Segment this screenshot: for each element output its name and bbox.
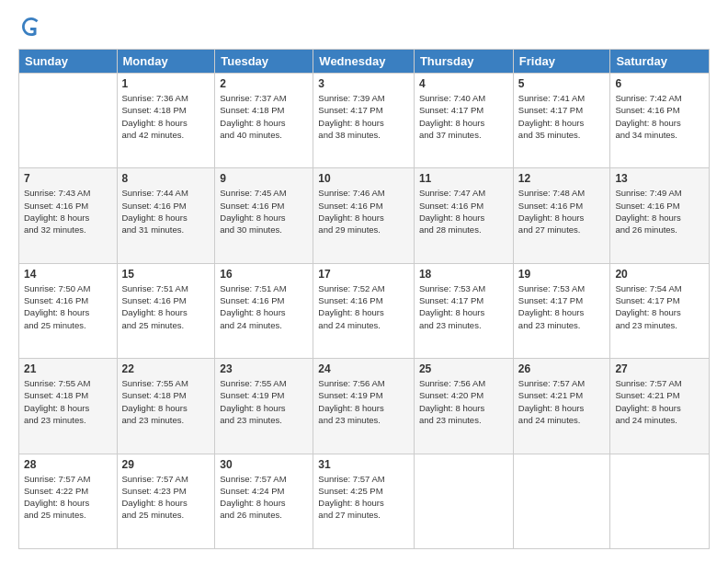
cell-content: Sunrise: 7:52 AMSunset: 4:16 PMDaylight:… — [318, 282, 409, 331]
calendar-week-row: 1Sunrise: 7:36 AMSunset: 4:18 PMDaylight… — [19, 74, 710, 168]
calendar-cell: 1Sunrise: 7:36 AMSunset: 4:18 PMDaylight… — [117, 74, 215, 168]
calendar-cell: 29Sunrise: 7:57 AMSunset: 4:23 PMDayligh… — [117, 454, 215, 548]
day-number: 3 — [318, 77, 409, 90]
calendar-cell: 6Sunrise: 7:42 AMSunset: 4:16 PMDaylight… — [610, 74, 710, 168]
cell-content: Sunrise: 7:57 AMSunset: 4:22 PMDaylight:… — [24, 473, 112, 522]
day-number: 9 — [220, 172, 308, 185]
cell-content: Sunrise: 7:54 AMSunset: 4:17 PMDaylight:… — [615, 282, 704, 331]
cell-content: Sunrise: 7:48 AMSunset: 4:16 PMDaylight:… — [518, 187, 606, 236]
calendar-cell: 30Sunrise: 7:57 AMSunset: 4:24 PMDayligh… — [215, 454, 313, 548]
day-number: 24 — [318, 362, 409, 375]
cell-content: Sunrise: 7:57 AMSunset: 4:25 PMDaylight:… — [318, 473, 409, 522]
cell-content: Sunrise: 7:56 AMSunset: 4:19 PMDaylight:… — [318, 377, 409, 426]
weekday-header-row: SundayMondayTuesdayWednesdayThursdayFrid… — [19, 50, 710, 74]
cell-content: Sunrise: 7:47 AMSunset: 4:16 PMDaylight:… — [419, 187, 508, 236]
day-number: 10 — [318, 172, 409, 185]
cell-content: Sunrise: 7:44 AMSunset: 4:16 PMDaylight:… — [122, 187, 210, 236]
weekday-header-friday: Friday — [513, 50, 610, 74]
day-number: 6 — [615, 77, 704, 90]
calendar-week-row: 7Sunrise: 7:43 AMSunset: 4:16 PMDaylight… — [19, 168, 710, 263]
calendar-cell: 12Sunrise: 7:48 AMSunset: 4:16 PMDayligh… — [513, 168, 610, 263]
day-number: 16 — [220, 268, 308, 281]
cell-content: Sunrise: 7:42 AMSunset: 4:16 PMDaylight:… — [615, 92, 704, 141]
cell-content: Sunrise: 7:41 AMSunset: 4:17 PMDaylight:… — [518, 92, 606, 141]
calendar-cell: 26Sunrise: 7:57 AMSunset: 4:21 PMDayligh… — [513, 359, 610, 454]
calendar-cell: 4Sunrise: 7:40 AMSunset: 4:17 PMDaylight… — [414, 74, 513, 168]
weekday-header-saturday: Saturday — [610, 50, 710, 74]
cell-content: Sunrise: 7:50 AMSunset: 4:16 PMDaylight:… — [24, 282, 112, 331]
day-number: 4 — [419, 77, 508, 90]
day-number: 15 — [122, 268, 210, 281]
day-number: 11 — [419, 172, 508, 185]
calendar-cell: 5Sunrise: 7:41 AMSunset: 4:17 PMDaylight… — [513, 74, 610, 168]
calendar-cell: 14Sunrise: 7:50 AMSunset: 4:16 PMDayligh… — [19, 263, 118, 358]
day-number: 29 — [122, 458, 210, 471]
cell-content: Sunrise: 7:53 AMSunset: 4:17 PMDaylight:… — [518, 282, 606, 331]
day-number: 17 — [318, 268, 409, 281]
day-number: 5 — [518, 77, 606, 90]
day-number: 8 — [122, 172, 210, 185]
calendar-cell — [513, 454, 610, 548]
weekday-header-monday: Monday — [117, 50, 215, 74]
day-number: 31 — [318, 458, 409, 471]
calendar-cell — [414, 454, 513, 548]
cell-content: Sunrise: 7:51 AMSunset: 4:16 PMDaylight:… — [220, 282, 308, 331]
calendar-week-row: 28Sunrise: 7:57 AMSunset: 4:22 PMDayligh… — [19, 454, 710, 548]
logo — [18, 14, 49, 40]
calendar-cell: 18Sunrise: 7:53 AMSunset: 4:17 PMDayligh… — [414, 263, 513, 358]
calendar-cell: 19Sunrise: 7:53 AMSunset: 4:17 PMDayligh… — [513, 263, 610, 358]
day-number: 2 — [220, 77, 308, 90]
calendar-cell: 25Sunrise: 7:56 AMSunset: 4:20 PMDayligh… — [414, 359, 513, 454]
calendar-cell: 7Sunrise: 7:43 AMSunset: 4:16 PMDaylight… — [19, 168, 118, 263]
calendar-cell: 24Sunrise: 7:56 AMSunset: 4:19 PMDayligh… — [313, 359, 415, 454]
cell-content: Sunrise: 7:39 AMSunset: 4:17 PMDaylight:… — [318, 92, 409, 141]
calendar-cell: 22Sunrise: 7:55 AMSunset: 4:18 PMDayligh… — [117, 359, 215, 454]
calendar-cell: 13Sunrise: 7:49 AMSunset: 4:16 PMDayligh… — [610, 168, 710, 263]
weekday-header-tuesday: Tuesday — [215, 50, 313, 74]
calendar-cell: 20Sunrise: 7:54 AMSunset: 4:17 PMDayligh… — [610, 263, 710, 358]
cell-content: Sunrise: 7:43 AMSunset: 4:16 PMDaylight:… — [24, 187, 112, 236]
calendar-cell: 3Sunrise: 7:39 AMSunset: 4:17 PMDaylight… — [313, 74, 415, 168]
calendar-week-row: 21Sunrise: 7:55 AMSunset: 4:18 PMDayligh… — [19, 359, 710, 454]
cell-content: Sunrise: 7:46 AMSunset: 4:16 PMDaylight:… — [318, 187, 409, 236]
calendar-cell: 16Sunrise: 7:51 AMSunset: 4:16 PMDayligh… — [215, 263, 313, 358]
logo-icon — [18, 14, 44, 40]
cell-content: Sunrise: 7:55 AMSunset: 4:19 PMDaylight:… — [220, 377, 308, 426]
calendar-cell — [610, 454, 710, 548]
day-number: 7 — [24, 172, 112, 185]
calendar-cell: 8Sunrise: 7:44 AMSunset: 4:16 PMDaylight… — [117, 168, 215, 263]
cell-content: Sunrise: 7:57 AMSunset: 4:23 PMDaylight:… — [122, 473, 210, 522]
weekday-header-thursday: Thursday — [414, 50, 513, 74]
day-number: 27 — [615, 362, 704, 375]
day-number: 20 — [615, 268, 704, 281]
cell-content: Sunrise: 7:51 AMSunset: 4:16 PMDaylight:… — [122, 282, 210, 331]
cell-content: Sunrise: 7:57 AMSunset: 4:24 PMDaylight:… — [220, 473, 308, 522]
calendar-table: SundayMondayTuesdayWednesdayThursdayFrid… — [18, 49, 710, 549]
calendar-cell: 9Sunrise: 7:45 AMSunset: 4:16 PMDaylight… — [215, 168, 313, 263]
calendar-cell: 23Sunrise: 7:55 AMSunset: 4:19 PMDayligh… — [215, 359, 313, 454]
day-number: 18 — [419, 268, 508, 281]
cell-content: Sunrise: 7:55 AMSunset: 4:18 PMDaylight:… — [122, 377, 210, 426]
calendar-cell: 17Sunrise: 7:52 AMSunset: 4:16 PMDayligh… — [313, 263, 415, 358]
calendar-week-row: 14Sunrise: 7:50 AMSunset: 4:16 PMDayligh… — [19, 263, 710, 358]
day-number: 30 — [220, 458, 308, 471]
day-number: 12 — [518, 172, 606, 185]
cell-content: Sunrise: 7:36 AMSunset: 4:18 PMDaylight:… — [122, 92, 210, 141]
calendar-cell — [19, 74, 118, 168]
calendar-cell: 11Sunrise: 7:47 AMSunset: 4:16 PMDayligh… — [414, 168, 513, 263]
calendar-cell: 2Sunrise: 7:37 AMSunset: 4:18 PMDaylight… — [215, 74, 313, 168]
day-number: 23 — [220, 362, 308, 375]
day-number: 25 — [419, 362, 508, 375]
day-number: 14 — [24, 268, 112, 281]
weekday-header-wednesday: Wednesday — [313, 50, 415, 74]
day-number: 22 — [122, 362, 210, 375]
cell-content: Sunrise: 7:55 AMSunset: 4:18 PMDaylight:… — [24, 377, 112, 426]
calendar-cell: 21Sunrise: 7:55 AMSunset: 4:18 PMDayligh… — [19, 359, 118, 454]
day-number: 19 — [518, 268, 606, 281]
day-number: 28 — [24, 458, 112, 471]
cell-content: Sunrise: 7:37 AMSunset: 4:18 PMDaylight:… — [220, 92, 308, 141]
day-number: 1 — [122, 77, 210, 90]
calendar-cell: 27Sunrise: 7:57 AMSunset: 4:21 PMDayligh… — [610, 359, 710, 454]
cell-content: Sunrise: 7:49 AMSunset: 4:16 PMDaylight:… — [615, 187, 704, 236]
cell-content: Sunrise: 7:45 AMSunset: 4:16 PMDaylight:… — [220, 187, 308, 236]
